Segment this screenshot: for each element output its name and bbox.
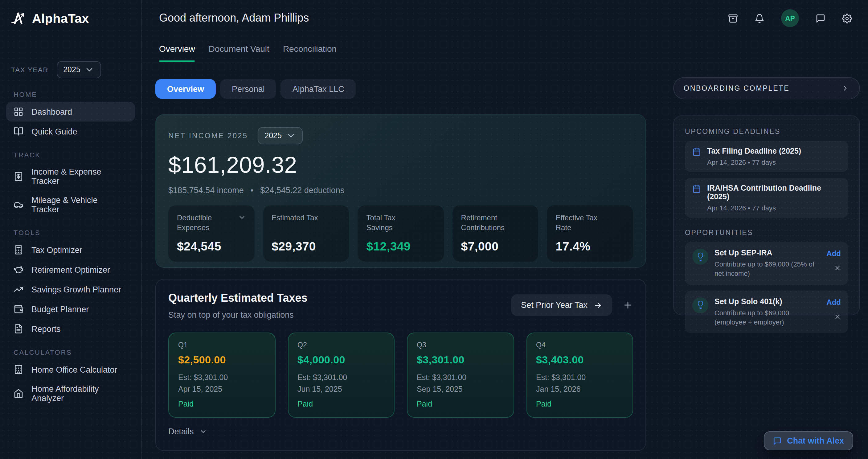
sidebar-item-label: Dashboard bbox=[31, 107, 72, 116]
add-button[interactable]: Add bbox=[827, 249, 841, 258]
set-prior-year-tax-button[interactable]: Set Prior Year Tax bbox=[511, 294, 612, 316]
nav-section-tools: TOOLS bbox=[0, 229, 141, 236]
tax-year-select[interactable]: 2025 bbox=[56, 61, 101, 78]
quarter-due-date: Jun 15, 2025 bbox=[298, 385, 385, 394]
set-prior-year-tax-label: Set Prior Year Tax bbox=[521, 300, 588, 310]
net-income-year-select[interactable]: 2025 bbox=[258, 127, 303, 144]
chat-with-alex-button[interactable]: Chat with Alex bbox=[764, 431, 853, 450]
quarterly-subtitle: Stay on top of your tax obligations bbox=[168, 310, 308, 320]
add-payment-button[interactable] bbox=[623, 300, 633, 310]
tax-year-value: 2025 bbox=[63, 65, 81, 74]
opportunity-description: Contribute up to $69,000 (employee + emp… bbox=[714, 308, 820, 326]
upcoming-deadlines-title: UPCOMING DEADLINES bbox=[685, 128, 848, 135]
quarter-card-q1: Q1 $2,500.00 Est: $3,301.00 Apr 15, 2025… bbox=[168, 333, 275, 418]
chat-with-alex-label: Chat with Alex bbox=[787, 436, 844, 446]
alphatax-logo-icon bbox=[10, 10, 27, 27]
sidebar-item-retirement-optimizer[interactable]: Retirement Optimizer bbox=[6, 260, 135, 280]
tab-reconciliation[interactable]: Reconciliation bbox=[283, 44, 337, 62]
scope-pills: Overview Personal AlphaTax LLC bbox=[155, 79, 646, 99]
quarter-label: Q4 bbox=[536, 341, 623, 349]
close-icon[interactable] bbox=[834, 313, 841, 320]
deadline-item-ira-hsa[interactable]: IRA/HSA Contribution Deadline (2025) Apr… bbox=[685, 178, 848, 218]
bell-icon[interactable] bbox=[754, 13, 765, 23]
stat-effective-tax-rate: Effective Tax Rate 17.4% bbox=[547, 205, 633, 262]
quarter-cards: Q1 $2,500.00 Est: $3,301.00 Apr 15, 2025… bbox=[168, 333, 633, 418]
wallet-icon bbox=[13, 304, 24, 314]
chat-bubble-icon bbox=[773, 436, 782, 445]
add-button[interactable]: Add bbox=[827, 298, 841, 306]
stat-label: Effective Tax Rate bbox=[556, 213, 609, 233]
net-income-value: $161,209.32 bbox=[168, 152, 633, 178]
sidebar-item-label: Budget Planner bbox=[31, 305, 89, 314]
deadline-date: Apr 14, 2026 • 77 days bbox=[707, 159, 801, 166]
receipt-icon bbox=[13, 172, 24, 181]
deadline-item-tax-filing[interactable]: Tax Filing Deadline (2025) Apr 14, 2026 … bbox=[685, 141, 848, 172]
sidebar-item-home-affordability-analyzer[interactable]: Home Affordability Analyzer bbox=[6, 379, 135, 408]
left-column: Overview Personal AlphaTax LLC NET INCOM… bbox=[155, 79, 646, 459]
quarterly-actions: Set Prior Year Tax bbox=[511, 294, 633, 316]
opportunity-item-sep-ira: Set Up SEP-IRA Contribute up to $69,000 … bbox=[685, 242, 848, 285]
nav-section-calculators: CALCULATORS bbox=[0, 349, 141, 356]
gear-icon[interactable] bbox=[842, 13, 852, 23]
net-income-label: NET INCOME 2025 bbox=[168, 132, 248, 140]
stat-value: $12,349 bbox=[366, 239, 435, 254]
net-income-breakdown: $185,754.54 income • $24,545.22 deductio… bbox=[168, 186, 633, 195]
stat-cards: Deductible Expenses $24,545 Estimated Ta… bbox=[168, 205, 633, 262]
tabs-divider bbox=[142, 62, 868, 62]
opportunity-description: Contribute up to $69,000 (25% of net inc… bbox=[714, 260, 820, 278]
sidebar-item-home-office-calculator[interactable]: Home Office Calculator bbox=[6, 360, 135, 379]
deductions-text: $24,545.22 deductions bbox=[260, 186, 344, 195]
sidebar-item-budget-planner[interactable]: Budget Planner bbox=[6, 299, 135, 319]
file-text-icon bbox=[13, 324, 24, 334]
quarter-status-badge: Paid bbox=[536, 400, 623, 408]
quarter-amount: $2,500.00 bbox=[178, 354, 266, 367]
stat-value: $7,000 bbox=[461, 239, 530, 254]
tab-overview[interactable]: Overview bbox=[159, 44, 195, 62]
sidebar-item-label: Quick Guide bbox=[31, 127, 78, 136]
pill-overview[interactable]: Overview bbox=[155, 79, 216, 99]
stat-value: 17.4% bbox=[556, 239, 624, 254]
chevron-down-icon[interactable] bbox=[238, 213, 246, 222]
sidebar-item-savings-growth-planner[interactable]: Savings Growth Planner bbox=[6, 280, 135, 299]
deadline-title: Tax Filing Deadline (2025) bbox=[707, 147, 801, 155]
archive-icon[interactable] bbox=[728, 13, 738, 23]
quarter-label: Q3 bbox=[417, 341, 504, 349]
sidebar-item-tax-optimizer[interactable]: Tax Optimizer bbox=[6, 240, 135, 260]
quarter-amount: $3,403.00 bbox=[536, 354, 623, 367]
sidebar-item-dashboard[interactable]: Dashboard bbox=[6, 102, 135, 121]
onboarding-complete-banner[interactable]: ONBOARDING COMPLETE bbox=[673, 77, 860, 99]
quarterly-taxes-card: Quarterly Estimated Taxes Stay on top of… bbox=[155, 279, 646, 451]
sidebar-item-mileage-vehicle-tracker[interactable]: Mileage & Vehicle Tracker bbox=[6, 191, 135, 219]
stat-total-tax-savings: Total Tax Savings $12,349 bbox=[358, 205, 443, 262]
stat-estimated-tax: Estimated Tax $29,370 bbox=[263, 205, 349, 262]
tab-document-vault[interactable]: Document Vault bbox=[209, 44, 270, 62]
sidebar-item-income-expense-tracker[interactable]: Income & Expense Tracker bbox=[6, 162, 135, 191]
chevron-down-icon bbox=[199, 428, 208, 435]
close-icon[interactable] bbox=[834, 265, 841, 271]
sidebar-item-label: Tax Optimizer bbox=[31, 245, 82, 255]
dashboard-grid-icon bbox=[13, 107, 24, 117]
pill-alphatax-llc[interactable]: AlphaTax LLC bbox=[281, 79, 356, 99]
details-toggle[interactable]: Details bbox=[168, 427, 633, 436]
content: Overview Personal AlphaTax LLC NET INCOM… bbox=[142, 79, 868, 459]
pill-personal[interactable]: Personal bbox=[220, 79, 277, 99]
tax-year-row: TAX YEAR 2025 bbox=[0, 61, 141, 78]
app-title: AlphaTax bbox=[32, 11, 89, 26]
opportunity-title: Set Up Solo 401(k) bbox=[714, 297, 820, 306]
stat-label: Deductible Expenses bbox=[177, 213, 230, 233]
stat-deductible-expenses: Deductible Expenses $24,545 bbox=[168, 205, 254, 262]
sidebar-item-reports[interactable]: Reports bbox=[6, 319, 135, 339]
deadline-title: IRA/HSA Contribution Deadline (2025) bbox=[707, 184, 841, 201]
sidebar-item-label: Retirement Optimizer bbox=[31, 265, 110, 274]
sidebar-item-quick-guide[interactable]: Quick Guide bbox=[6, 121, 135, 141]
quarter-status-badge: Paid bbox=[417, 400, 504, 408]
chat-icon[interactable] bbox=[815, 13, 826, 23]
app-logo[interactable]: AlphaTax bbox=[0, 9, 141, 28]
quarter-status-badge: Paid bbox=[178, 400, 266, 408]
onboarding-label: ONBOARDING COMPLETE bbox=[684, 85, 789, 92]
chevron-down-icon bbox=[286, 131, 296, 141]
calendar-icon bbox=[692, 184, 701, 193]
book-open-icon bbox=[13, 126, 24, 136]
quarter-label: Q1 bbox=[178, 341, 266, 349]
avatar[interactable]: AP bbox=[781, 9, 799, 27]
